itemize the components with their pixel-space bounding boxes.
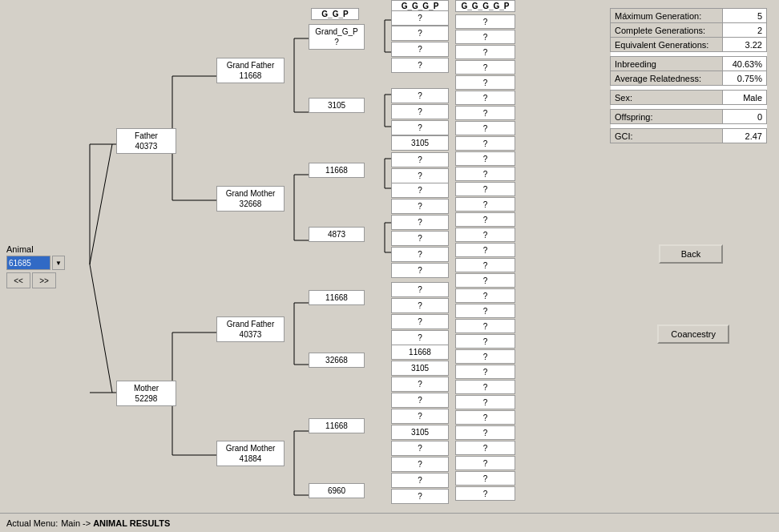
gggg-box-0: ? xyxy=(455,14,515,29)
gggg-box-31: ? xyxy=(455,486,515,501)
gggg-box-8: ? xyxy=(455,136,515,151)
gggp6: ? xyxy=(391,104,449,119)
gf1-id: 11668 xyxy=(220,71,281,81)
gggp21: 11668 xyxy=(391,345,449,360)
gggg-column-header: G_G_G_G_P xyxy=(455,0,515,12)
animal-input[interactable] xyxy=(6,256,50,270)
animal-dropdown-btn[interactable]: ▼ xyxy=(52,256,65,270)
gggg-box-29: ? xyxy=(455,456,515,470)
ggp2-box: 3105 xyxy=(309,98,365,113)
equiv-gen-row: Equivalent Generations: 3.22 xyxy=(611,38,767,52)
inbreeding-row: Inbreeding 40.63% xyxy=(611,57,767,71)
gggp1: ? xyxy=(391,10,449,26)
gggp8: 3105 xyxy=(391,135,449,151)
offspring-value: 0 xyxy=(723,110,767,124)
gggp19: ? xyxy=(391,314,449,329)
gggp18: ? xyxy=(391,298,449,313)
ggp6-box: 32668 xyxy=(309,353,365,368)
gggp17: ? xyxy=(391,282,449,297)
coancestry-button[interactable]: Coancestry xyxy=(657,324,729,344)
gggp20: ? xyxy=(391,330,449,345)
sex-value: Male xyxy=(723,91,767,105)
svg-line-0 xyxy=(90,144,112,264)
gggg-box-22: ? xyxy=(455,349,515,364)
gggp10: ? xyxy=(391,168,449,183)
next-btn[interactable]: >> xyxy=(32,272,56,288)
gggp11: ? xyxy=(391,183,449,198)
mother-label: Mother xyxy=(120,383,172,393)
gci-value: 2.47 xyxy=(723,129,767,143)
gggg-box-24: ? xyxy=(455,380,515,394)
ggp5-box: 11668 xyxy=(309,290,365,305)
offspring-row: Offspring: 0 xyxy=(611,110,767,124)
gggp29: ? xyxy=(391,473,449,488)
gggg-box-4: ? xyxy=(455,75,515,90)
gggg-box-12: ? xyxy=(455,197,515,212)
gggp2: ? xyxy=(391,26,449,41)
father-label: Father xyxy=(120,131,172,141)
status-bar: Actual Menu: Main -> ANIMAL RESULTS xyxy=(0,513,779,532)
avg-rel-value: 0.75% xyxy=(723,71,767,86)
inbreeding-value: 40.63% xyxy=(723,57,767,71)
ggp8-box: 6960 xyxy=(309,483,365,498)
max-gen-value: 5 xyxy=(723,9,767,23)
offspring-label: Offspring: xyxy=(611,110,723,124)
gf2-box: Grand Father 40373 xyxy=(216,316,285,342)
ggp3-box: 11668 xyxy=(309,163,365,178)
gggg-box-28: ? xyxy=(455,441,515,455)
gggg-box-21: ? xyxy=(455,334,515,349)
gggp15: ? xyxy=(391,247,449,262)
back-button[interactable]: Back xyxy=(659,244,723,264)
father-box: Father 40373 xyxy=(116,128,176,154)
ggp1-box: Grand_G_P ? xyxy=(309,24,365,50)
gggp24: ? xyxy=(391,393,449,408)
max-gen-row: Máximum Generation: 5 xyxy=(611,9,767,23)
mother-box: Mother 52298 xyxy=(116,381,176,406)
prev-btn[interactable]: << xyxy=(6,272,30,288)
complete-gen-row: Complete Generations: 2 xyxy=(611,23,767,38)
gggp25: ? xyxy=(391,409,449,424)
gm1-label: Grand Mother xyxy=(220,188,281,199)
gggp30: ? xyxy=(391,489,449,504)
gm2-box: Grand Mother 41884 xyxy=(216,441,285,466)
gggg-box-1: ? xyxy=(455,30,515,44)
gggp23: ? xyxy=(391,377,449,392)
status-menu: Actual Menu: xyxy=(6,518,58,528)
gggg-box-18: ? xyxy=(455,288,515,303)
status-page: ANIMAL RESULTS xyxy=(93,518,170,528)
gggg-box-6: ? xyxy=(455,106,515,120)
gm2-id: 41884 xyxy=(220,453,281,464)
gf2-id: 40373 xyxy=(220,329,281,340)
svg-line-1 xyxy=(90,264,112,393)
gggg-box-27: ? xyxy=(455,425,515,440)
equiv-gen-label: Equivalent Generations: xyxy=(611,38,723,52)
gggp5: ? xyxy=(391,88,449,103)
gci-label: GCI: xyxy=(611,129,723,143)
ggp7-box: 11668 xyxy=(309,418,365,433)
gggg-box-15: ? xyxy=(455,243,515,257)
gggp22: 3105 xyxy=(391,361,449,376)
gggg-box-2: ? xyxy=(455,45,515,59)
gggp12: ? xyxy=(391,199,449,214)
gggg-box-10: ? xyxy=(455,167,515,181)
status-path: Main xyxy=(61,518,80,528)
equiv-gen-value: 3.22 xyxy=(723,38,767,52)
status-arrow: -> xyxy=(83,518,91,528)
gf2-label: Grand Father xyxy=(220,319,281,329)
gggg-box-14: ? xyxy=(455,228,515,242)
gg-column-header: G_G_P xyxy=(311,8,359,20)
father-id: 40373 xyxy=(120,141,172,151)
stats-table: Máximum Generation: 5 Complete Generatio… xyxy=(610,8,767,143)
gggg-box-11: ? xyxy=(455,182,515,196)
gggp26: 3105 xyxy=(391,425,449,440)
gci-row: GCI: 2.47 xyxy=(611,129,767,143)
sex-row: Sex: Male xyxy=(611,91,767,105)
animal-panel: Animal ▼ << >> xyxy=(6,244,65,288)
avg-rel-row: Average Relatedness: 0.75% xyxy=(611,71,767,86)
gggg-box-30: ? xyxy=(455,471,515,486)
gm1-id: 32668 xyxy=(220,199,281,209)
gggg-box-19: ? xyxy=(455,304,515,318)
inbreeding-label: Inbreeding xyxy=(611,57,723,71)
gggp13: ? xyxy=(391,215,449,230)
complete-gen-label: Complete Generations: xyxy=(611,23,723,38)
